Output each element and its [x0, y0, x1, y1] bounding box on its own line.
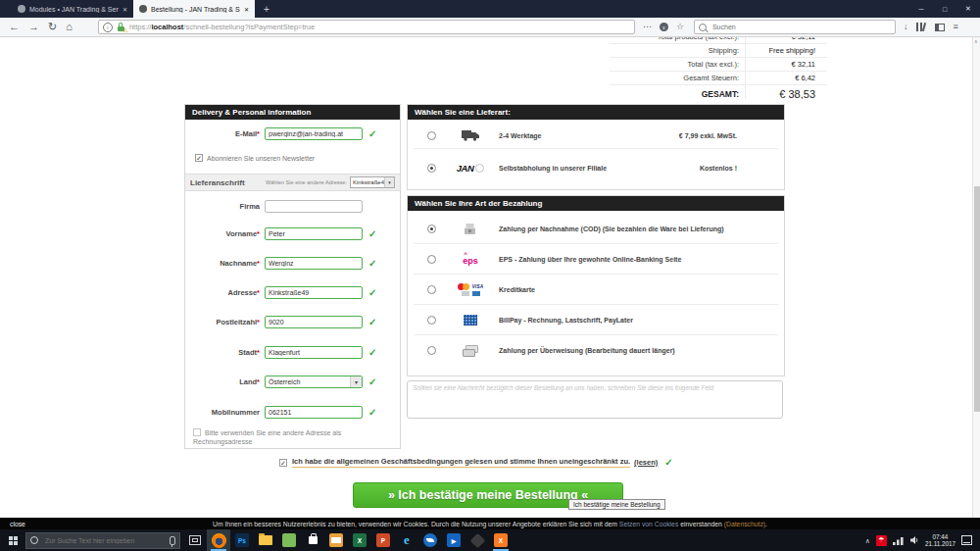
radio-button-selected[interactable] — [427, 225, 436, 233]
close-button[interactable]: ✕ — [956, 0, 980, 18]
browser-search-bar[interactable] — [694, 20, 896, 34]
reload-icon[interactable]: ↻ — [48, 22, 57, 32]
credit-card-logos: VISA — [458, 283, 484, 296]
valid-check-icon: ✓ — [368, 348, 376, 358]
taskbar-app-edge[interactable]: e — [395, 529, 418, 551]
firefox-icon — [212, 533, 226, 548]
payment-option-cod[interactable]: Zahlung per Nachnahme (COD) (Sie bezahle… — [414, 214, 778, 244]
radio-button[interactable] — [427, 316, 436, 325]
tray-chevron-up-icon[interactable]: ∧ — [865, 537, 870, 544]
summary-row: Total (tax excl.): € 32,11 — [610, 58, 827, 72]
radio-button[interactable] — [427, 285, 436, 294]
postleitzahl-input[interactable] — [265, 316, 363, 328]
tab-close-icon[interactable]: ✕ — [122, 6, 127, 13]
taskbar-app-file-explorer[interactable] — [254, 529, 277, 551]
sidebar-toggle-icon[interactable] — [935, 24, 945, 31]
valid-check-icon: ✓ — [368, 259, 376, 269]
avira-tray-icon[interactable]: ☂ — [876, 535, 887, 546]
bank-transfer-icon — [442, 345, 499, 356]
taskbar-app-firefox[interactable] — [207, 529, 230, 551]
forward-icon[interactable]: → — [28, 22, 39, 32]
payment-option-transfer[interactable]: Zahlung per Überweisung (Bearbeitung dau… — [414, 335, 778, 365]
url-text: https://localhost/schnell-bestellung?isP… — [129, 23, 316, 31]
taskbar-search-input[interactable] — [43, 536, 157, 545]
system-tray: ∧ ☂ 07:44 21.11.2017 — [865, 533, 980, 547]
home-icon[interactable]: ⌂ — [66, 22, 73, 32]
action-center-icon[interactable] — [961, 535, 972, 545]
shipping-option-standard[interactable]: 2-4 Werktage € 7,99 exkl. MwSt. — [414, 123, 778, 149]
payment-option-billpay[interactable]: BillPay - Rechnung, Lastschrift, PayLate… — [414, 305, 778, 335]
terms-read-link[interactable]: (lesen) — [634, 458, 658, 467]
personal-info-panel: Delivery & Personal information E-Mail* … — [184, 104, 401, 449]
firma-input[interactable] — [265, 200, 363, 213]
vorname-input[interactable] — [265, 227, 363, 240]
start-button[interactable] — [0, 529, 25, 551]
microphone-icon[interactable] — [170, 536, 175, 545]
privacy-link[interactable]: (Datenschutz) — [724, 521, 765, 527]
email-input[interactable] — [265, 127, 363, 140]
scrollbar-thumb[interactable] — [974, 186, 980, 412]
minimize-button[interactable]: ─ — [909, 0, 933, 18]
payment-option-eps[interactable]: eps EPS - Zahlung über Ihre gewohnte Onl… — [414, 244, 778, 275]
address-select[interactable]: Kinkstraße49 ▾ — [350, 176, 395, 188]
taskbar-app-store[interactable] — [301, 529, 324, 551]
taskbar-app-powerpoint[interactable]: P — [371, 529, 395, 551]
url-bar[interactable]: i ⚠ https://localhost/schnell-bestellung… — [98, 20, 635, 34]
network-icon[interactable] — [893, 536, 904, 545]
taskbar-app-media-player[interactable]: ▶ — [442, 529, 466, 551]
radio-button[interactable] — [427, 131, 436, 140]
taskbar-clock[interactable]: 07:44 21.11.2017 — [925, 533, 956, 547]
library-icon[interactable] — [916, 23, 926, 31]
taskbar-app-excel[interactable]: X — [348, 529, 371, 551]
tab-modules[interactable]: Modules • JAN Trading & Servi ✕ — [12, 0, 133, 18]
browser-search-input[interactable] — [710, 23, 871, 31]
billing-address-checkbox[interactable] — [193, 428, 201, 436]
bookmark-star-icon[interactable]: ☆ — [676, 23, 684, 31]
radio-button[interactable] — [427, 255, 436, 264]
taskbar-app-xampp[interactable]: X — [489, 529, 513, 551]
page-actions-icon[interactable]: ⋯ — [643, 23, 652, 31]
scroll-up-icon[interactable]: ∧ — [974, 38, 978, 44]
shipping-option-pickup[interactable]: JAN Selbstabholung in unserer Filiale Ko… — [414, 149, 778, 186]
tab-close-icon[interactable]: ✕ — [244, 6, 249, 13]
inkscape-icon — [469, 532, 485, 548]
adresse-input[interactable] — [265, 286, 363, 299]
ssl-lock-warning-icon[interactable]: ⚠ — [117, 23, 125, 31]
page-scrollbar[interactable]: ∧ — [972, 37, 980, 518]
pocket-icon[interactable]: ∨ — [660, 23, 668, 31]
taskbar-app-inkscape[interactable] — [466, 529, 489, 551]
volume-icon[interactable] — [909, 535, 919, 545]
menu-icon[interactable]: ≡ — [953, 23, 957, 31]
taskbar-search-box[interactable] — [25, 532, 180, 549]
info-icon[interactable]: i — [103, 23, 113, 32]
taskbar-app-mail[interactable] — [324, 529, 348, 551]
taskbar-app-thunderbird[interactable] — [418, 529, 442, 551]
radio-button[interactable] — [427, 346, 436, 355]
radio-button-selected[interactable] — [427, 164, 436, 173]
tab-bestellung[interactable]: Bestellung - JAN Trading & Se ✕ — [133, 0, 255, 18]
land-row: Land* Österreich ▾ ✓ — [193, 375, 397, 389]
task-view-icon[interactable] — [189, 535, 201, 545]
back-icon[interactable]: ← — [9, 22, 20, 32]
taskbar-app-notepad-editor[interactable] — [277, 529, 301, 551]
cookie-settings-link[interactable]: Setzen von Cookies — [619, 521, 678, 527]
address-section-title: Lieferanschrift — [190, 178, 245, 187]
nachname-input[interactable] — [265, 257, 363, 270]
page-content: Total products (tax excl.): € 32,11 Ship… — [0, 37, 980, 518]
terms-checkbox[interactable]: ✓ — [279, 459, 287, 467]
shipping-panel: Wählen Sie eine Lieferart: 2-4 Werktage … — [407, 104, 785, 190]
payment-option-creditcard[interactable]: VISA Kreditkarte — [414, 275, 778, 305]
tab-title: Modules • JAN Trading & Servi — [29, 6, 119, 13]
site-favicon — [139, 5, 147, 13]
downloads-icon[interactable]: ↓ — [904, 23, 908, 31]
maximize-button[interactable]: □ — [933, 0, 956, 18]
order-message-textarea[interactable]: Sollten sie eine Nachricht bezüglich die… — [407, 380, 783, 419]
new-tab-button[interactable]: + — [255, 0, 278, 18]
mobilnummer-input[interactable] — [265, 406, 363, 419]
excel-icon: X — [353, 533, 367, 547]
taskbar-app-photoshop[interactable]: Ps — [230, 529, 254, 551]
land-select[interactable]: Österreich ▾ — [265, 376, 363, 388]
newsletter-checkbox[interactable]: ✓ — [195, 154, 203, 162]
editor-icon — [282, 533, 296, 547]
stadt-input[interactable] — [265, 346, 363, 359]
